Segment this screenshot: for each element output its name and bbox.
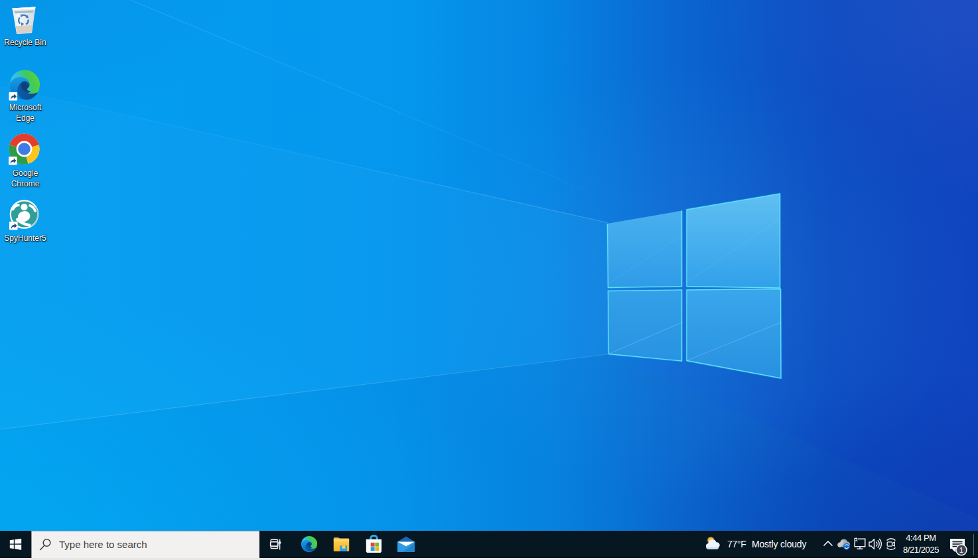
svg-text:1: 1 <box>959 546 963 554</box>
